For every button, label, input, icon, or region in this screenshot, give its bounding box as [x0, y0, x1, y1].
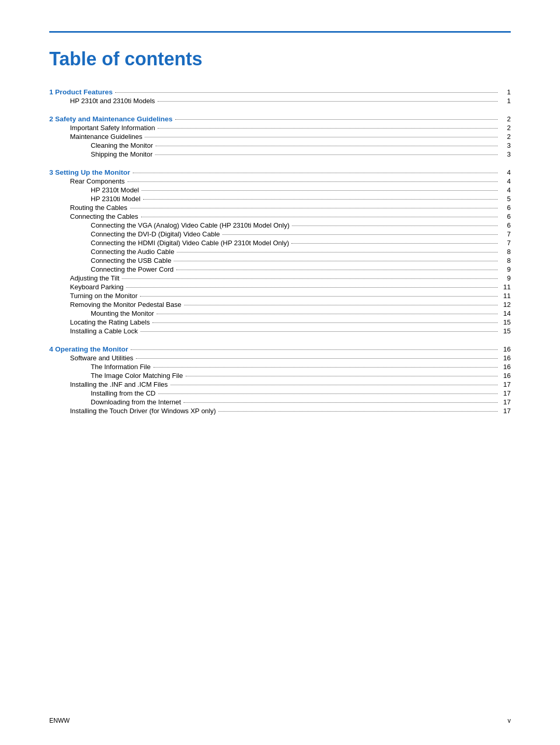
toc-dots: [222, 234, 498, 235]
toc-entry[interactable]: Connecting the Power Cord9: [49, 265, 511, 273]
toc-dots: [122, 278, 498, 279]
toc-entry-label: Connecting the Power Cord: [49, 265, 174, 273]
toc-dots: [158, 128, 498, 129]
toc-entry-label: Software and Utilities: [49, 354, 133, 362]
toc-entry[interactable]: Connecting the VGA (Analog) Video Cable …: [49, 221, 511, 229]
toc-dots: [152, 322, 498, 323]
toc-dots: [143, 199, 498, 200]
toc-page: 15: [500, 327, 511, 335]
toc-entry[interactable]: Installing a Cable Lock15: [49, 327, 511, 335]
toc-entry-label: Removing the Monitor Pedestal Base: [49, 301, 181, 308]
toc-entry[interactable]: Rear Components4: [49, 177, 511, 185]
toc-page: 4: [500, 186, 511, 194]
toc-page: 16: [500, 363, 511, 371]
toc-entry[interactable]: Adjusting the Tilt9: [49, 274, 511, 282]
toc-entry-label: HP 2310t and 2310ti Models: [49, 97, 155, 105]
toc-entry-label: HP 2310t Model: [49, 186, 139, 194]
toc-entry-label: Connecting the Audio Cable: [49, 248, 174, 256]
toc-page: 4: [500, 168, 511, 176]
toc-entry[interactable]: Keyboard Parking11: [49, 283, 511, 291]
toc-entry-label: Maintenance Guidelines: [49, 133, 142, 140]
toc-page: 14: [500, 310, 511, 317]
toc-entry[interactable]: HP 2310t and 2310ti Models1: [49, 97, 511, 105]
toc-entry[interactable]: Maintenance Guidelines2: [49, 133, 511, 140]
toc-dots: [175, 119, 498, 120]
toc-entry[interactable]: Connecting the HDMI (Digital) Video Cabl…: [49, 239, 511, 247]
toc-dots: [155, 154, 498, 155]
toc-dots: [176, 270, 498, 270]
toc-dots: [128, 181, 498, 182]
top-rule: [49, 31, 511, 33]
toc-dots: [141, 331, 498, 332]
toc-entry[interactable]: Important Safety Information2: [49, 124, 511, 132]
toc-entry[interactable]: Turning on the Monitor11: [49, 292, 511, 300]
toc-entry[interactable]: Installing from the CD17: [49, 389, 511, 397]
toc-page: 9: [500, 274, 511, 282]
toc-entry[interactable]: Removing the Monitor Pedestal Base12: [49, 301, 511, 308]
toc-page: 16: [500, 345, 511, 353]
toc-section-section4: 4 Operating the Monitor16Software and Ut…: [49, 345, 511, 415]
toc-entry[interactable]: The Image Color Matching File16: [49, 372, 511, 379]
toc-heading-section3[interactable]: 3 Setting Up the Monitor4: [49, 168, 511, 176]
toc-section-section3: 3 Setting Up the Monitor4Rear Components…: [49, 168, 511, 335]
toc-heading-label: 2 Safety and Maintenance Guidelines: [49, 115, 173, 123]
toc-entry-label: Connecting the Cables: [49, 213, 138, 220]
toc-entry[interactable]: Locating the Rating Labels15: [49, 318, 511, 326]
toc-dots: [142, 190, 498, 191]
toc-entry-label: The Image Color Matching File: [49, 372, 183, 379]
toc-dots: [145, 137, 498, 137]
toc-heading-section1[interactable]: 1 Product Features1: [49, 88, 511, 96]
toc-dots: [156, 146, 498, 146]
toc-page: 2: [500, 133, 511, 140]
toc-dots: [186, 376, 498, 376]
toc-entry[interactable]: Software and Utilities16: [49, 354, 511, 362]
toc-page: 16: [500, 372, 511, 379]
toc-entry[interactable]: HP 2310t Model4: [49, 186, 511, 194]
toc-entry[interactable]: Downloading from the Internet17: [49, 398, 511, 406]
toc-page: 11: [500, 283, 511, 291]
footer-left: ENWW: [49, 717, 69, 724]
toc-entry-label: The Information File: [49, 363, 151, 371]
toc-entry[interactable]: Cleaning the Monitor3: [49, 142, 511, 149]
toc-entry[interactable]: Connecting the DVI-D (Digital) Video Cab…: [49, 230, 511, 238]
toc-entry[interactable]: Installing the .INF and .ICM Files17: [49, 381, 511, 388]
toc-entry[interactable]: Installing the Touch Driver (for Windows…: [49, 407, 511, 415]
toc-dots: [292, 226, 498, 226]
toc-page: 2: [500, 115, 511, 123]
toc-dots: [157, 314, 498, 314]
toc-dots: [158, 393, 498, 394]
toc-heading-label: 3 Setting Up the Monitor: [49, 168, 130, 176]
toc-entry[interactable]: Connecting the Audio Cable8: [49, 248, 511, 256]
toc-dots: [141, 217, 498, 217]
toc-entry[interactable]: Connecting the USB Cable8: [49, 257, 511, 264]
toc-dots: [174, 261, 498, 261]
toc-dots: [133, 173, 498, 173]
toc-entry[interactable]: Mounting the Monitor14: [49, 310, 511, 317]
toc-entry-label: Adjusting the Tilt: [49, 274, 119, 282]
toc-entry-label: Downloading from the Internet: [49, 398, 181, 406]
toc-heading-section4[interactable]: 4 Operating the Monitor16: [49, 345, 511, 353]
toc-page: 7: [500, 230, 511, 238]
toc-dots: [153, 367, 498, 368]
toc-page: 5: [500, 195, 511, 203]
footer-right: v: [508, 717, 511, 724]
toc-entry-label: Mounting the Monitor: [49, 310, 154, 317]
page-title: Table of contents: [49, 48, 511, 70]
toc-entry-label: Keyboard Parking: [49, 283, 123, 291]
toc-page: 6: [500, 204, 511, 212]
toc-heading-section2[interactable]: 2 Safety and Maintenance Guidelines2: [49, 115, 511, 123]
toc-entry[interactable]: Connecting the Cables6: [49, 213, 511, 220]
toc-entry[interactable]: Routing the Cables6: [49, 204, 511, 212]
toc-entry[interactable]: The Information File16: [49, 363, 511, 371]
toc-entry-label: Turning on the Monitor: [49, 292, 137, 300]
toc-heading-label: 1 Product Features: [49, 88, 113, 96]
toc-entry[interactable]: HP 2310ti Model5: [49, 195, 511, 203]
toc-entry-label: Cleaning the Monitor: [49, 142, 153, 149]
toc-entry-label: Connecting the HDMI (Digital) Video Cabl…: [49, 239, 289, 247]
toc-dots: [177, 252, 498, 252]
toc-dots: [291, 243, 498, 244]
toc-page: 3: [500, 150, 511, 158]
toc-dots: [130, 208, 498, 208]
toc-page: 16: [500, 354, 511, 362]
toc-entry[interactable]: Shipping the Monitor3: [49, 150, 511, 158]
